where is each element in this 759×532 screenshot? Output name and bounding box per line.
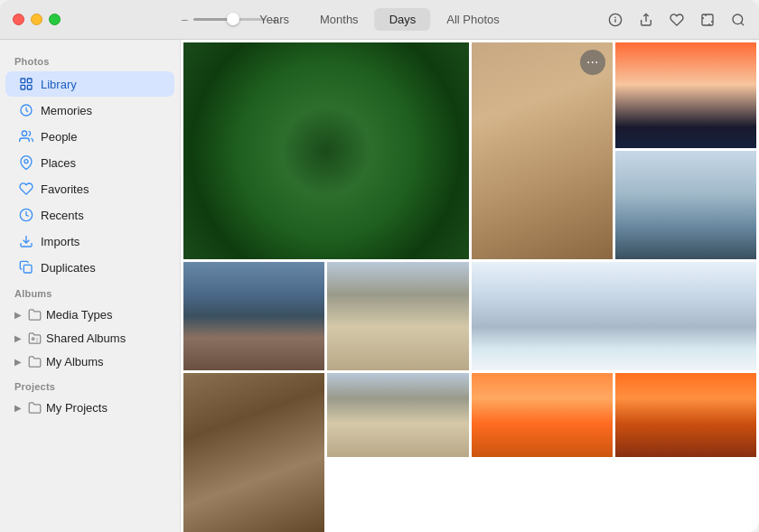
chevron-media-types: ▶ [14,310,22,320]
svg-rect-7 [21,79,25,83]
photo-forest[interactable] [183,42,469,259]
sidebar-label-people: People [41,130,77,144]
sidebar-label-duplicates: Duplicates [41,261,96,275]
svg-point-13 [24,160,28,163]
imports-icon [18,233,34,249]
sidebar-label-media-types: Media Types [46,308,112,322]
grid-container: ··· [181,40,759,532]
chevron-my-projects: ▶ [14,403,22,413]
svg-rect-9 [21,85,25,89]
svg-point-12 [22,131,26,135]
photo-castle[interactable] [327,373,468,457]
tab-years[interactable]: Years [245,8,304,31]
svg-line-6 [741,23,744,25]
sidebar-group-my-projects[interactable]: ▶ My Projects [5,397,174,419]
main-area: Photos Library Memories [0,40,759,532]
svg-rect-8 [27,79,32,83]
sidebar: Photos Library Memories [0,40,181,532]
svg-rect-10 [27,85,32,89]
sidebar-label-recents: Recents [41,209,84,222]
people-icon [18,128,34,145]
traffic-lights [13,14,61,25]
shared-albums-folder-icon [28,331,42,345]
photo-woman-hat[interactable] [472,373,613,457]
section-label-albums: Albums [0,281,180,303]
zoom-thumb[interactable] [227,13,239,25]
section-label-projects: Projects [0,374,180,396]
share-svg [639,13,653,27]
photo-lake-mountain[interactable] [183,262,324,370]
info-svg [608,13,623,27]
zoom-minus-icon[interactable]: − [181,14,188,26]
recents-icon [18,207,34,223]
tab-all-photos[interactable]: All Photos [432,8,514,31]
memories-icon [18,102,34,118]
library-icon [18,76,34,92]
sidebar-item-people[interactable]: People [5,124,174,149]
maximize-button[interactable] [49,14,61,25]
my-albums-folder-icon [28,355,42,369]
toolbar-right [607,12,746,28]
photo-snow-mountain[interactable] [472,262,757,370]
dots-icon: ··· [586,54,598,70]
minimize-button[interactable] [31,14,42,25]
photo-sunset-couple[interactable] [615,42,756,148]
photo-old-city[interactable] [327,262,468,370]
sidebar-label-library: Library [41,78,77,91]
photo-grid: ··· [181,40,759,532]
sidebar-item-places[interactable]: Places [5,150,174,175]
tab-months[interactable]: Months [305,8,373,31]
chevron-my-albums: ▶ [14,357,22,367]
close-button[interactable] [13,14,24,25]
nav-tabs: Years Months Days All Photos [245,8,514,31]
rotate-icon[interactable] [699,12,716,28]
sidebar-item-imports[interactable]: Imports [5,229,174,254]
photo-woman-sunset[interactable] [615,373,756,457]
sidebar-label-my-projects: My Projects [46,401,108,415]
sidebar-item-favorites[interactable]: Favorites [5,176,174,201]
svg-rect-4 [702,14,713,25]
sidebar-label-my-albums: My Albums [46,355,104,369]
svg-rect-16 [23,265,32,273]
search-icon[interactable] [730,12,746,28]
more-button[interactable]: ··· [580,50,605,75]
photo-winding-road[interactable] [183,373,324,532]
sidebar-label-shared-albums: Shared Albums [46,331,126,345]
sidebar-label-imports: Imports [41,235,80,248]
sidebar-item-memories[interactable]: Memories [5,98,174,123]
photo-woman-beach[interactable]: ··· [472,42,613,259]
share-icon[interactable] [638,12,654,28]
sidebar-label-memories: Memories [41,104,92,117]
my-projects-folder-icon [28,401,42,415]
rotate-svg [700,13,715,27]
favorite-icon[interactable] [669,12,685,28]
sidebar-item-library[interactable]: Library [5,71,174,97]
section-label-photos: Photos [0,49,180,70]
sidebar-item-recents[interactable]: Recents [5,202,174,228]
search-svg [731,13,745,27]
svg-point-17 [32,338,34,341]
photo-mountain-woman[interactable] [615,151,756,259]
titlebar: − + Years Months Days All Photos [0,0,759,40]
favorites-icon [18,181,34,197]
sidebar-label-places: Places [41,156,76,170]
sidebar-label-favorites: Favorites [41,182,89,196]
tab-days[interactable]: Days [375,8,431,31]
chevron-shared-albums: ▶ [14,333,22,343]
heart-svg [670,13,684,27]
duplicates-icon [18,259,34,275]
svg-point-5 [733,14,743,24]
media-types-folder-icon [28,308,42,322]
sidebar-item-duplicates[interactable]: Duplicates [5,255,174,280]
places-icon [18,154,34,171]
sidebar-group-shared-albums[interactable]: ▶ Shared Albums [5,327,174,350]
info-icon[interactable] [607,12,623,28]
sidebar-group-media-types[interactable]: ▶ Media Types [5,303,174,326]
sidebar-group-my-albums[interactable]: ▶ My Albums [5,350,174,373]
